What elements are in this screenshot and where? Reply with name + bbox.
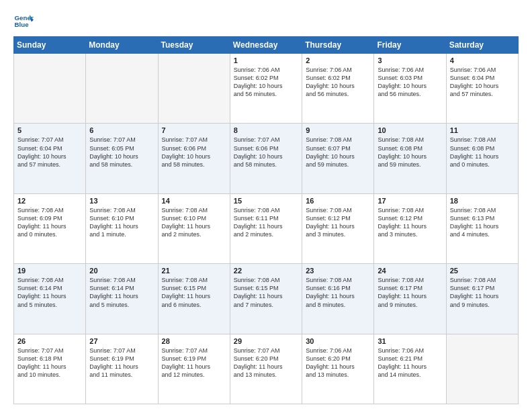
day-number: 2 bbox=[306, 56, 370, 64]
day-info: Sunrise: 7:06 AMSunset: 6:21 PMDaylight:… bbox=[378, 347, 442, 379]
day-cell bbox=[86, 54, 158, 124]
day-number: 13 bbox=[89, 197, 154, 205]
week-row-5: 26Sunrise: 7:07 AMSunset: 6:18 PMDayligh… bbox=[14, 334, 519, 404]
day-cell: 25Sunrise: 7:08 AMSunset: 6:17 PMDayligh… bbox=[446, 264, 518, 334]
weekday-header-saturday: Saturday bbox=[446, 37, 518, 54]
day-number: 9 bbox=[306, 126, 370, 134]
day-number: 28 bbox=[162, 337, 226, 345]
day-number: 26 bbox=[17, 337, 82, 345]
weekday-header-thursday: Thursday bbox=[302, 37, 374, 54]
day-info: Sunrise: 7:08 AMSunset: 6:15 PMDaylight:… bbox=[162, 276, 226, 309]
day-info: Sunrise: 7:08 AMSunset: 6:10 PMDaylight:… bbox=[89, 206, 154, 239]
day-info: Sunrise: 7:08 AMSunset: 6:14 PMDaylight:… bbox=[89, 276, 154, 309]
day-cell bbox=[446, 334, 518, 404]
day-number: 21 bbox=[162, 267, 226, 275]
day-cell: 29Sunrise: 7:07 AMSunset: 6:20 PMDayligh… bbox=[230, 334, 302, 404]
day-number: 14 bbox=[162, 197, 226, 205]
week-row-2: 5Sunrise: 7:07 AMSunset: 6:04 PMDaylight… bbox=[14, 124, 519, 193]
day-info: Sunrise: 7:08 AMSunset: 6:12 PMDaylight:… bbox=[378, 206, 442, 239]
day-cell: 26Sunrise: 7:07 AMSunset: 6:18 PMDayligh… bbox=[14, 334, 86, 404]
day-number: 4 bbox=[450, 56, 515, 64]
day-cell bbox=[14, 54, 86, 124]
day-cell: 11Sunrise: 7:08 AMSunset: 6:08 PMDayligh… bbox=[446, 124, 518, 193]
svg-text:Blue: Blue bbox=[15, 21, 30, 28]
day-number: 30 bbox=[306, 337, 370, 345]
day-info: Sunrise: 7:07 AMSunset: 6:05 PMDaylight:… bbox=[89, 136, 154, 169]
day-info: Sunrise: 7:07 AMSunset: 6:18 PMDaylight:… bbox=[17, 347, 82, 379]
day-number: 19 bbox=[17, 267, 82, 275]
day-info: Sunrise: 7:08 AMSunset: 6:15 PMDaylight:… bbox=[234, 276, 298, 309]
day-cell: 7Sunrise: 7:07 AMSunset: 6:06 PMDaylight… bbox=[158, 124, 230, 193]
day-info: Sunrise: 7:08 AMSunset: 6:09 PMDaylight:… bbox=[17, 206, 82, 239]
day-number: 15 bbox=[234, 197, 298, 205]
day-cell: 24Sunrise: 7:08 AMSunset: 6:17 PMDayligh… bbox=[374, 264, 446, 334]
day-number: 3 bbox=[378, 56, 442, 64]
day-number: 7 bbox=[162, 126, 226, 134]
day-info: Sunrise: 7:08 AMSunset: 6:14 PMDaylight:… bbox=[17, 276, 82, 309]
day-info: Sunrise: 7:08 AMSunset: 6:10 PMDaylight:… bbox=[162, 206, 226, 239]
day-number: 11 bbox=[450, 126, 515, 134]
day-number: 1 bbox=[234, 56, 298, 64]
day-cell: 28Sunrise: 7:07 AMSunset: 6:19 PMDayligh… bbox=[158, 334, 230, 404]
day-number: 29 bbox=[234, 337, 298, 345]
day-info: Sunrise: 7:06 AMSunset: 6:20 PMDaylight:… bbox=[306, 347, 370, 379]
header: General Blue bbox=[13, 11, 519, 31]
day-number: 31 bbox=[378, 337, 442, 345]
page: General Blue SundayMondayTuesdayWednesda… bbox=[0, 0, 532, 411]
day-number: 24 bbox=[378, 267, 442, 275]
day-cell: 13Sunrise: 7:08 AMSunset: 6:10 PMDayligh… bbox=[86, 193, 158, 263]
day-info: Sunrise: 7:06 AMSunset: 6:02 PMDaylight:… bbox=[234, 66, 298, 99]
day-info: Sunrise: 7:07 AMSunset: 6:19 PMDaylight:… bbox=[89, 347, 154, 379]
day-number: 18 bbox=[450, 197, 515, 205]
week-row-3: 12Sunrise: 7:08 AMSunset: 6:09 PMDayligh… bbox=[14, 193, 519, 263]
day-cell: 20Sunrise: 7:08 AMSunset: 6:14 PMDayligh… bbox=[86, 264, 158, 334]
weekday-header-sunday: Sunday bbox=[14, 37, 86, 54]
day-cell: 22Sunrise: 7:08 AMSunset: 6:15 PMDayligh… bbox=[230, 264, 302, 334]
day-number: 10 bbox=[378, 126, 442, 134]
day-cell: 3Sunrise: 7:06 AMSunset: 6:03 PMDaylight… bbox=[374, 54, 446, 124]
day-info: Sunrise: 7:08 AMSunset: 6:12 PMDaylight:… bbox=[306, 206, 370, 239]
week-row-1: 1Sunrise: 7:06 AMSunset: 6:02 PMDaylight… bbox=[14, 54, 519, 124]
day-cell: 14Sunrise: 7:08 AMSunset: 6:10 PMDayligh… bbox=[158, 193, 230, 263]
day-info: Sunrise: 7:06 AMSunset: 6:03 PMDaylight:… bbox=[378, 66, 442, 99]
day-info: Sunrise: 7:08 AMSunset: 6:08 PMDaylight:… bbox=[378, 136, 442, 169]
weekday-header-row: SundayMondayTuesdayWednesdayThursdayFrid… bbox=[14, 37, 519, 54]
day-cell: 23Sunrise: 7:08 AMSunset: 6:16 PMDayligh… bbox=[302, 264, 374, 334]
day-cell: 18Sunrise: 7:08 AMSunset: 6:13 PMDayligh… bbox=[446, 193, 518, 263]
day-info: Sunrise: 7:07 AMSunset: 6:20 PMDaylight:… bbox=[234, 347, 298, 379]
calendar-table: SundayMondayTuesdayWednesdayThursdayFrid… bbox=[13, 36, 519, 404]
day-number: 17 bbox=[378, 197, 442, 205]
day-cell: 15Sunrise: 7:08 AMSunset: 6:11 PMDayligh… bbox=[230, 193, 302, 263]
weekday-header-monday: Monday bbox=[86, 37, 158, 54]
week-row-4: 19Sunrise: 7:08 AMSunset: 6:14 PMDayligh… bbox=[14, 264, 519, 334]
day-cell: 19Sunrise: 7:08 AMSunset: 6:14 PMDayligh… bbox=[14, 264, 86, 334]
day-number: 22 bbox=[234, 267, 298, 275]
day-info: Sunrise: 7:07 AMSunset: 6:04 PMDaylight:… bbox=[17, 136, 82, 169]
logo-icon: General Blue bbox=[13, 11, 34, 31]
day-cell: 30Sunrise: 7:06 AMSunset: 6:20 PMDayligh… bbox=[302, 334, 374, 404]
day-cell: 17Sunrise: 7:08 AMSunset: 6:12 PMDayligh… bbox=[374, 193, 446, 263]
day-number: 5 bbox=[17, 126, 82, 134]
day-number: 23 bbox=[306, 267, 370, 275]
day-cell bbox=[158, 54, 230, 124]
day-number: 20 bbox=[89, 267, 154, 275]
day-info: Sunrise: 7:08 AMSunset: 6:08 PMDaylight:… bbox=[450, 136, 515, 169]
day-cell: 27Sunrise: 7:07 AMSunset: 6:19 PMDayligh… bbox=[86, 334, 158, 404]
weekday-header-tuesday: Tuesday bbox=[158, 37, 230, 54]
day-cell: 8Sunrise: 7:07 AMSunset: 6:06 PMDaylight… bbox=[230, 124, 302, 193]
day-cell: 5Sunrise: 7:07 AMSunset: 6:04 PMDaylight… bbox=[14, 124, 86, 193]
day-cell: 16Sunrise: 7:08 AMSunset: 6:12 PMDayligh… bbox=[302, 193, 374, 263]
weekday-header-friday: Friday bbox=[374, 37, 446, 54]
day-number: 27 bbox=[89, 337, 154, 345]
day-cell: 31Sunrise: 7:06 AMSunset: 6:21 PMDayligh… bbox=[374, 334, 446, 404]
logo: General Blue bbox=[13, 11, 36, 31]
day-info: Sunrise: 7:08 AMSunset: 6:17 PMDaylight:… bbox=[450, 276, 515, 309]
day-info: Sunrise: 7:06 AMSunset: 6:02 PMDaylight:… bbox=[306, 66, 370, 99]
day-cell: 1Sunrise: 7:06 AMSunset: 6:02 PMDaylight… bbox=[230, 54, 302, 124]
day-info: Sunrise: 7:07 AMSunset: 6:06 PMDaylight:… bbox=[162, 136, 226, 169]
day-info: Sunrise: 7:08 AMSunset: 6:07 PMDaylight:… bbox=[306, 136, 370, 169]
day-cell: 12Sunrise: 7:08 AMSunset: 6:09 PMDayligh… bbox=[14, 193, 86, 263]
day-cell: 21Sunrise: 7:08 AMSunset: 6:15 PMDayligh… bbox=[158, 264, 230, 334]
day-number: 6 bbox=[89, 126, 154, 134]
day-number: 12 bbox=[17, 197, 82, 205]
